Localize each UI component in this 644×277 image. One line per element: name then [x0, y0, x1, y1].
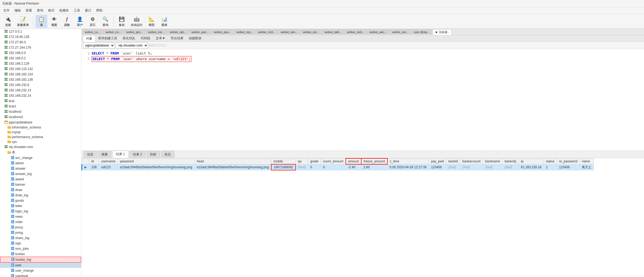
sidebar-item-pvlog[interactable]: pvlog — [0, 230, 81, 235]
sidebar-item-admin[interactable]: admin — [0, 161, 81, 166]
toolbar-btn-connect[interactable]: 🔌连接 — [2, 15, 14, 28]
menu-item-帮助[interactable]: 帮助 — [94, 8, 105, 13]
obj-tab-文本▼[interactable]: 文本▼ — [153, 35, 168, 41]
menu-item-工具[interactable]: 工具 — [72, 8, 82, 13]
sidebar-item-192-168-182-134[interactable]: 192.168.182.134 — [0, 72, 81, 77]
toolbar-btn-func[interactable]: ƒ函数 — [61, 15, 73, 28]
sidebar-item-127-0-0-1[interactable]: 127.0.0.1 — [0, 29, 81, 34]
col-header-bankid[interactable]: bankid — [446, 158, 460, 164]
toolbar-btn-table[interactable]: 📋表 — [36, 15, 47, 28]
sidebar-item-192-168-0-0[interactable]: 192.168.0.0 — [0, 50, 81, 56]
sidebar-item-192-168-2-129[interactable]: 192.168.2.129 — [0, 61, 81, 66]
conn-tab-14[interactable]: wolive_sto... — [390, 29, 411, 34]
menu-item-查询[interactable]: 查询 — [35, 8, 45, 13]
sidebar-item-share_log[interactable]: share_log — [0, 235, 81, 241]
col-header-amount[interactable]: amount — [346, 158, 361, 164]
sidebar-item-192-168-110-132[interactable]: 192.168.110.132 — [0, 66, 81, 72]
obj-tab-代码段[interactable]: 代码段 — [138, 35, 153, 41]
conn-tab-6[interactable]: wolive_que... — [211, 29, 233, 34]
menu-item-窗口[interactable]: 窗口 — [83, 8, 93, 13]
sidebar-item-answer_log[interactable]: answer_log — [0, 171, 81, 177]
sidebar-item-vip-shuadan-com[interactable]: vip.shuadan.com — [0, 144, 81, 150]
result-tab-状态[interactable]: 状态 — [161, 151, 174, 158]
conn-tab-16[interactable]: ★ 无标题 - — [433, 29, 452, 35]
menu-item-格式[interactable]: 格式 — [46, 8, 57, 13]
conn-tab-10[interactable]: wolive_ser... — [301, 29, 322, 34]
menu-item-文件[interactable]: 文件 — [1, 8, 12, 13]
sidebar-item-proxy[interactable]: proxy — [0, 225, 81, 230]
sidebar-item-172-27-164-176[interactable]: 172.27.164.176 — [0, 45, 81, 50]
col-header-password[interactable]: password — [118, 158, 194, 164]
conn-tab-13[interactable]: wolive_wec... — [367, 29, 389, 34]
sidebar-item-表[interactable]: 表 — [0, 150, 81, 155]
sql-code-2[interactable]: SELECT * FROM `user` where username = 'x… — [92, 56, 642, 62]
sidebar-item-user_change[interactable]: user_change — [0, 268, 81, 273]
col-header-grade[interactable]: grade — [308, 158, 321, 164]
run-button[interactable] — [149, 45, 154, 46]
sidebar-item-news[interactable]: news — [0, 214, 81, 219]
toolbar-btn-chart[interactable]: 📊图表 — [159, 15, 170, 28]
col-header-mobile[interactable]: mobile — [271, 158, 296, 164]
col-header-qa[interactable]: qa — [296, 158, 308, 164]
sidebar-item-award[interactable]: award — [0, 177, 81, 182]
col-header-bankaccount[interactable]: bankaccount — [460, 158, 483, 164]
col-header-status[interactable]: status — [544, 158, 557, 164]
result-grid[interactable]: idusernamepasswordheadmobileqagradecount… — [81, 158, 644, 277]
conn-tab-12[interactable]: wolive_visit... — [344, 29, 367, 34]
result-tab-结果 1[interactable]: 结果 1 — [112, 151, 128, 158]
sidebar-item-192-168-232-6[interactable]: 192.168.232.6 — [0, 82, 81, 88]
toolbar-btn-autorun[interactable]: 🤖自动运行 — [129, 15, 145, 28]
col-header-re_password[interactable]: re_password — [557, 158, 580, 164]
conn-tab-9[interactable]: wolive_sen... — [278, 29, 300, 34]
conn-tab-0[interactable]: wolive_co... — [83, 29, 103, 34]
sidebar-item-goods[interactable]: goods — [0, 198, 81, 203]
sidebar-item-192-168-232-13[interactable]: 192.168.232.13 — [0, 88, 81, 93]
sidebar-item-banner[interactable]: banner — [0, 182, 81, 187]
col-header-freeze_amount[interactable]: freeze_amount — [361, 158, 387, 164]
sidebar-item-licai[interactable]: licai — [0, 98, 81, 104]
explain-button[interactable] — [161, 45, 166, 46]
table-row[interactable]: ▶158xdl123e10adc3949ba59abbe56e/thems/im… — [82, 164, 594, 170]
toolbar-btn-user[interactable]: 👤用户 — [74, 15, 86, 28]
conn-tab-8[interactable]: wolive_rest... — [256, 29, 278, 34]
col-header-bankname[interactable]: bankname — [483, 158, 502, 164]
menu-item-收藏夹[interactable]: 收藏夹 — [57, 8, 71, 13]
conn-tab-3[interactable]: wolive_me... — [146, 29, 167, 34]
result-tab-摘要[interactable]: 摘要 — [98, 151, 111, 158]
sidebar-item-performance_schema[interactable]: performance_schema — [0, 135, 81, 139]
sidebar-item-toutiao[interactable]: toutiao — [0, 251, 81, 257]
menu-item-查看[interactable]: 查看 — [23, 8, 34, 13]
conn-tab-11[interactable]: wolive_tabl... — [322, 29, 344, 34]
sidebar-item-localhost1[interactable]: localhost1 — [0, 114, 81, 120]
sidebar-item-toutiao_log[interactable]: toutiao_log — [0, 257, 81, 263]
col-header-ip[interactable]: ip — [519, 158, 544, 164]
conn-tab-15[interactable]: user @vip... — [411, 29, 432, 34]
sidebar-item-172-16-80-128[interactable]: 172.16.80.128 — [0, 34, 81, 40]
menu-item-编辑[interactable]: 编辑 — [12, 8, 23, 13]
toolbar-btn-model[interactable]: 📐模型 — [146, 15, 158, 28]
sidebar-item-draw_log[interactable]: draw_log — [0, 193, 81, 198]
connection-selector[interactable]: vip.shuadan.com — [116, 42, 148, 48]
obj-tab-对象[interactable]: 对象 — [83, 35, 95, 42]
obj-tab-查询创建工具[interactable]: 查询创建工具 — [95, 35, 120, 41]
obj-tab-美化SQL[interactable]: 美化SQL — [120, 35, 138, 41]
conn-tab-4[interactable]: wolive_opt... — [167, 29, 189, 34]
sidebar-item-login_log[interactable]: login_log — [0, 209, 81, 214]
col-header-bankcity[interactable]: bankcity — [502, 158, 519, 164]
sidebar-item-sign[interactable]: sign — [0, 241, 81, 246]
sidebar-item-mysql[interactable]: mysql — [0, 130, 81, 135]
result-tab-剖析[interactable]: 剖析 — [147, 151, 160, 158]
sidebar-item-order[interactable]: order — [0, 219, 81, 225]
sidebar-item-192-168-232-14[interactable]: 192.168.232.14 — [0, 93, 81, 98]
sidebar-item-userlevel[interactable]: userlevel — [0, 273, 81, 277]
stop-button[interactable] — [155, 45, 160, 46]
conn-tab-7[interactable]: wolive_rep... — [234, 29, 255, 34]
col-header-head[interactable]: head — [194, 158, 271, 164]
sidebar-item-user[interactable]: user — [0, 263, 81, 268]
conn-tab-1[interactable]: wolive_co... — [103, 29, 123, 34]
sql-editor[interactable]: 1SELECT * FROM `user` limit 5;2SELECT * … — [81, 49, 644, 151]
sidebar-item-localhost[interactable]: localhost — [0, 109, 81, 114]
result-tab-信息[interactable]: 信息 — [84, 151, 97, 158]
sql-code-1[interactable]: SELECT * FROM `user` limit 5; — [92, 51, 642, 56]
toolbar-btn-view[interactable]: 👁视图 — [48, 15, 60, 28]
